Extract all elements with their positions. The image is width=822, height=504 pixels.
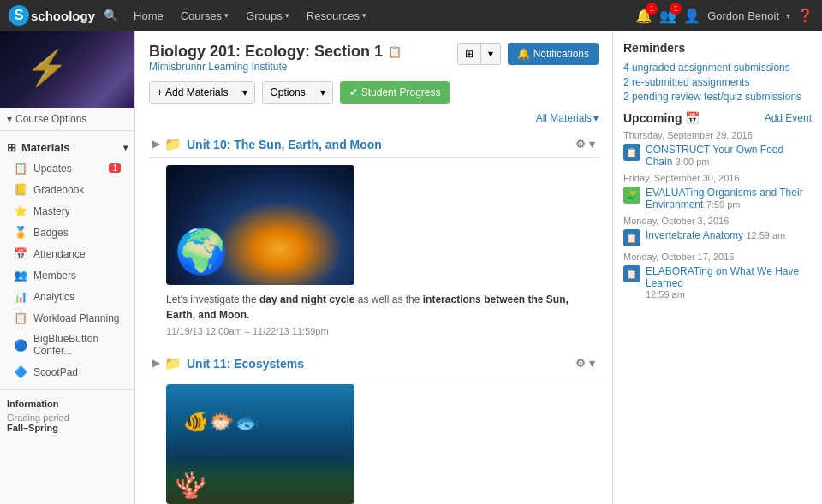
main-content: Biology 201: Ecology: Section 1 📋 Mimisb… — [135, 31, 612, 504]
upcoming-date-0: Thursday, September 29, 2016 — [623, 130, 812, 140]
grid-icon: ⊞ — [7, 141, 16, 154]
unit-10-thumbnail — [166, 165, 354, 285]
chevron-down-icon: ▾ — [7, 113, 12, 125]
add-materials-arrow[interactable]: ▾ — [235, 82, 254, 103]
resources-arrow: ▾ — [362, 11, 366, 20]
logo[interactable]: S schoology — [9, 5, 95, 26]
unit-10-gear-icon[interactable]: ⚙ ▾ — [575, 138, 595, 151]
sidebar-item-gradebook[interactable]: 📒 Gradebook — [7, 179, 128, 200]
unit-11-header[interactable]: ▶ 📁 Unit 11: Ecosystems ⚙ ▾ — [149, 350, 599, 377]
add-icon: + — [157, 86, 163, 98]
course-options[interactable]: ▾ Course Options — [0, 108, 134, 131]
sidebar-item-mastery-label: Mastery — [33, 205, 70, 217]
sidebar-item-scootpad[interactable]: 🔷 ScootPad — [7, 361, 128, 382]
calendar-icon: 📅 — [685, 111, 700, 125]
student-progress-btn[interactable]: ✔ Student Progress — [340, 81, 450, 104]
event-title-0-0[interactable]: CONSTRUCT Your Own Food Chain — [646, 144, 783, 168]
course-thumbnail — [0, 31, 134, 108]
event-title-3-0[interactable]: ELABORATing on What We Have Learned — [646, 265, 812, 289]
sidebar-item-workload[interactable]: 📋 Workload Planning — [7, 307, 128, 329]
notifications-btn[interactable]: 🔔 Notifications — [508, 43, 599, 65]
sidebar-materials-section: ⊞ Materials ▾ 📋 Updates 1 📒 Gradebook ⭐ … — [0, 131, 134, 386]
search-icon[interactable]: 🔍 — [104, 9, 118, 22]
layout-toggle: ⊞ ▾ — [457, 43, 501, 65]
nav-links: Home Courses ▾ Groups ▾ Resources ▾ — [125, 0, 375, 31]
updates-badge: 1 — [109, 163, 121, 173]
layout-grid-btn[interactable]: ⊞ — [458, 44, 481, 64]
mastery-icon: ⭐ — [14, 205, 27, 217]
event-text-3-0: ELABORATing on What We Have Learned 12:5… — [646, 265, 812, 299]
reminder-link-1[interactable]: 4 ungraded assignment submissions — [623, 62, 812, 74]
event-text-0-0: CONSTRUCT Your Own Food Chain 3:00 pm — [646, 144, 812, 168]
event-icon-2-0: 📋 — [623, 229, 640, 246]
sidebar-info: Information Grading period Fall–Spring — [0, 389, 134, 442]
reminder-link-3[interactable]: 2 pending review test/quiz submissions — [623, 91, 812, 103]
options-label: Options — [270, 86, 305, 98]
page-title-text: Biology 201: Ecology: Section 1 — [149, 43, 383, 61]
event-time-1-0: 7:59 pm — [706, 199, 741, 210]
event-text-1-0: EVALUATing Organisms and Their Environme… — [646, 187, 812, 210]
notification-icon-1[interactable]: 🔔 1 — [635, 8, 652, 24]
unit-11: ▶ 📁 Unit 11: Ecosystems ⚙ ▾ — [149, 350, 599, 504]
groups-arrow: ▾ — [285, 11, 289, 20]
unit-10-header[interactable]: ▶ 📁 Unit 10: The Sun, Earth, and Moon ⚙ … — [149, 131, 599, 158]
unit-11-gear-icon[interactable]: ⚙ ▾ — [575, 357, 595, 370]
sidebar-item-members[interactable]: 👥 Members — [7, 264, 128, 286]
sidebar-materials-header[interactable]: ⊞ Materials ▾ — [7, 138, 128, 157]
sidebar-item-bigbluebutton[interactable]: 🔵 BigBlueButton Confer... — [7, 329, 128, 361]
updates-icon: 📋 — [14, 162, 27, 175]
unit-10-content: Let's investigate the day and night cycl… — [149, 165, 599, 336]
all-materials-link[interactable]: All Materials — [536, 112, 592, 124]
event-time-2-0: 12:59 am — [746, 230, 785, 240]
unit-10-image — [166, 165, 354, 285]
nav-resources[interactable]: Resources ▾ — [298, 0, 375, 31]
toolbar: + Add Materials ▾ Options ▾ ✔ Student Pr… — [149, 81, 599, 104]
scootpad-icon: 🔷 — [14, 365, 27, 378]
user-name[interactable]: Gordon Benoit — [707, 9, 779, 22]
all-materials-bar: All Materials ▾ — [149, 112, 599, 124]
upcoming-date-2: Monday, October 3, 2016 — [623, 216, 812, 226]
nav-right: 🔔 1 👥 1 👤 Gordon Benoit ▾ ❓ — [635, 8, 813, 24]
sidebar-item-badges[interactable]: 🏅 Badges — [7, 222, 128, 243]
title-section: Biology 201: Ecology: Section 1 📋 Mimisb… — [149, 43, 402, 73]
options-group: Options ▾ — [262, 81, 332, 104]
sidebar-item-attendance[interactable]: 📅 Attendance — [7, 243, 128, 264]
notifications-btn-label: Notifications — [533, 48, 589, 60]
add-materials-btn[interactable]: + Add Materials — [150, 82, 235, 103]
event-icon-0-0: 📋 — [623, 144, 640, 161]
page-header: Biology 201: Ecology: Section 1 📋 Mimisb… — [149, 43, 599, 73]
page-subtitle[interactable]: Mimisbrunnr Learning Institute — [149, 61, 402, 73]
sidebar-item-mastery[interactable]: ⭐ Mastery — [7, 200, 128, 222]
options-btn[interactable]: Options — [263, 82, 313, 103]
event-icon-1-0: 🧩 — [623, 187, 640, 204]
layout-menu-btn[interactable]: ▾ — [481, 44, 500, 64]
upcoming-date-1: Friday, September 30, 2016 — [623, 173, 812, 183]
nav-groups[interactable]: Groups ▾ — [237, 0, 298, 31]
event-title-2-0[interactable]: Invertebrate Anatomy — [646, 229, 743, 241]
add-event-link[interactable]: Add Event — [765, 112, 812, 124]
help-icon[interactable]: ❓ — [797, 8, 813, 23]
members-icon: 👥 — [14, 269, 27, 282]
nav-home[interactable]: Home — [125, 0, 172, 31]
upcoming-label: Upcoming — [623, 111, 682, 125]
user-menu-arrow[interactable]: ▾ — [786, 11, 790, 21]
nav-courses[interactable]: Courses ▾ — [172, 0, 237, 31]
sidebar-item-updates[interactable]: 📋 Updates 1 — [7, 157, 128, 179]
reminder-link-2[interactable]: 2 re-submitted assignments — [623, 76, 812, 88]
all-materials-arrow[interactable]: ▾ — [593, 112, 599, 124]
sidebar-item-scootpad-label: ScootPad — [33, 366, 78, 378]
sidebar-item-analytics[interactable]: 📊 Analytics — [7, 286, 128, 307]
analytics-icon: 📊 — [14, 290, 27, 303]
notification-icon-2[interactable]: 👥 1 — [659, 8, 676, 24]
unit-11-image — [166, 384, 354, 504]
student-progress-label: Student Progress — [361, 86, 441, 98]
unit-11-title: Unit 11: Ecosystems — [187, 357, 304, 371]
upcoming-item-3-0: 📋 ELABORATing on What We Have Learned 12… — [623, 265, 812, 299]
unit-11-chevron: ▶ — [152, 358, 159, 369]
user-avatar[interactable]: 👤 — [683, 8, 700, 24]
edit-icon[interactable]: 📋 — [388, 45, 402, 58]
badges-icon: 🏅 — [14, 226, 27, 239]
unit-10-folder-icon: 📁 — [164, 136, 182, 152]
sidebar-item-bigbluebutton-label: BigBlueButton Confer... — [33, 333, 121, 357]
options-arrow[interactable]: ▾ — [313, 82, 332, 103]
